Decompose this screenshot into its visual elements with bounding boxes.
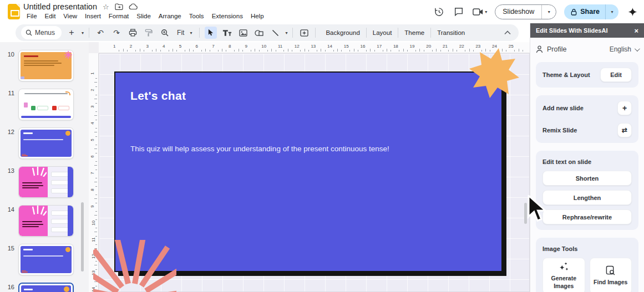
ruler-number: 5 [179,44,181,49]
slide-number: 16 [2,284,14,290]
slide-thumbnail-10[interactable] [18,50,74,81]
ruler-number: 18 [393,44,398,49]
zoom-icon[interactable] [159,27,171,39]
ruler-number: 10 [261,44,266,49]
generate-images-label: Generate Images [546,275,581,289]
ruler-number: 7 [212,44,214,49]
slidesai-panel: Edit Slides With SlidesAI × Profile Engl… [530,23,644,292]
gemini-icon[interactable] [626,6,638,18]
ruler-number: 13 [311,44,316,49]
insert-shape-icon[interactable] [253,27,265,39]
sparkles-icon [558,262,569,272]
cloud-status-icon[interactable] [129,3,138,10]
version-history-icon[interactable] [433,6,445,18]
share-button[interactable]: Share ▾ [564,4,618,19]
insert-image-icon[interactable] [237,27,249,39]
find-images-button[interactable]: Find Images [590,258,632,292]
document-title[interactable]: Untitled presentation [23,2,97,11]
language-select[interactable]: English [610,45,638,53]
slide-thumbnail-11[interactable] [18,89,74,120]
toolbar-button-transition[interactable]: Transition [432,29,470,36]
new-slide-button[interactable]: + [65,27,78,39]
comment-icon[interactable] [453,6,465,18]
menu-item-help[interactable]: Help [247,12,267,20]
menu-item-file[interactable]: File [23,12,40,20]
menu-item-arrange[interactable]: Arrange [155,12,185,20]
ruler-number: 16 [361,44,366,49]
slide-number: 13 [2,167,14,174]
insert-line-icon[interactable] [269,27,281,39]
text-action-lengthen[interactable]: Lengthen [542,190,632,205]
ruler-number: 22 [459,44,464,49]
ruler-number: 20 [426,44,431,49]
menu-item-tools[interactable]: Tools [186,12,207,20]
slide-thumbnail-15[interactable] [18,244,74,275]
menu-item-format[interactable]: Format [105,12,132,20]
slide-thumbnail-14[interactable] [18,205,74,237]
coral-burst-decoration[interactable] [93,240,176,292]
panel-header: Edit Slides With SlidesAI × [530,23,644,38]
toolbar-text-buttons: BackgroundLayoutThemeTransition [321,28,470,38]
slide-title[interactable]: Let's chat [130,89,186,103]
share-dropdown[interactable]: ▾ [605,4,618,19]
text-box-tool-icon[interactable] [221,27,233,39]
print-icon[interactable] [126,27,139,39]
meet-dropdown-icon[interactable]: ▾ [485,9,487,14]
close-icon[interactable]: × [634,27,638,35]
redo-icon[interactable]: ↷ [110,27,123,39]
slide-thumbnail-12[interactable] [18,127,74,159]
slideshow-button[interactable]: Slideshow ▾ [495,4,556,19]
text-action-rephrase-rewrite[interactable]: Rephrase/rewrite [542,209,632,224]
undo-icon[interactable]: ↶ [94,27,107,39]
menu-item-extensions[interactable]: Extensions [209,12,246,20]
star-icon[interactable]: ☆ [103,3,109,11]
zoom-fit-select[interactable]: Fit ▾ [175,29,194,37]
menu-item-slide[interactable]: Slide [133,12,154,20]
orange-star-decoration[interactable] [468,47,521,100]
new-slide-dropdown-icon[interactable]: ▾ [82,30,84,35]
toolbar-button-background[interactable]: Background [321,29,364,36]
filmstrip-scrollbar[interactable] [81,202,84,271]
search-icon [26,29,32,36]
paint-format-icon[interactable] [143,27,155,39]
slideshow-label[interactable]: Slideshow [495,5,541,19]
menu-item-edit[interactable]: Edit [42,12,59,20]
select-tool-icon[interactable] [205,27,217,39]
share-label[interactable]: Share [580,8,600,16]
remix-slide-button[interactable]: ⇄ [617,123,632,137]
generate-images-button[interactable]: Generate Images [542,258,585,292]
toolbar-button-theme[interactable]: Theme [399,29,429,36]
line-dropdown-icon[interactable]: ▾ [285,30,287,35]
menu-item-insert[interactable]: Insert [82,12,104,20]
text-action-shorten[interactable]: Shorten [542,171,632,186]
ruler-number: 15 [344,44,349,49]
thumbnail-preview [19,128,73,158]
remix-slide-label: Remix Slide [542,127,577,134]
thumbnail-preview [19,89,73,120]
slideshow-dropdown[interactable]: ▾ [541,5,556,19]
slide-thumbnail-13[interactable] [18,166,74,198]
theme-layout-card: Theme & Layout Edit [536,62,638,88]
collapse-toolbar-icon[interactable] [502,30,513,35]
edit-theme-button[interactable]: Edit [600,68,632,82]
google-slides-app: Untitled presentation ☆ FileEditViewInse… [0,0,644,292]
add-slide-button[interactable]: + [617,101,632,115]
image-search-icon [606,265,615,276]
slide-body-text[interactable]: This quiz will help assess your understa… [130,145,389,153]
toolbar-button-layout[interactable]: Layout [368,29,397,36]
slides-logo-icon[interactable] [8,4,20,19]
ruler-number: 12 [295,44,300,49]
insert-comment-icon[interactable] [298,27,310,39]
meet-button[interactable]: ▾ [473,8,487,16]
ruler-number: 2 [130,44,132,49]
mouse-cursor [527,195,547,223]
ruler-number: 6 [90,155,95,157]
ruler-number: 6 [196,44,198,49]
ruler-number: 11 [278,44,282,49]
ruler-number: 10 [91,221,96,226]
edit-text-card: Edit text on slide ShortenLengthenRephra… [536,151,638,230]
move-folder-icon[interactable] [115,3,123,10]
menus-search[interactable]: Menus [21,26,62,39]
slide-thumbnail-16[interactable] [18,283,74,292]
menu-item-view[interactable]: View [60,12,80,20]
